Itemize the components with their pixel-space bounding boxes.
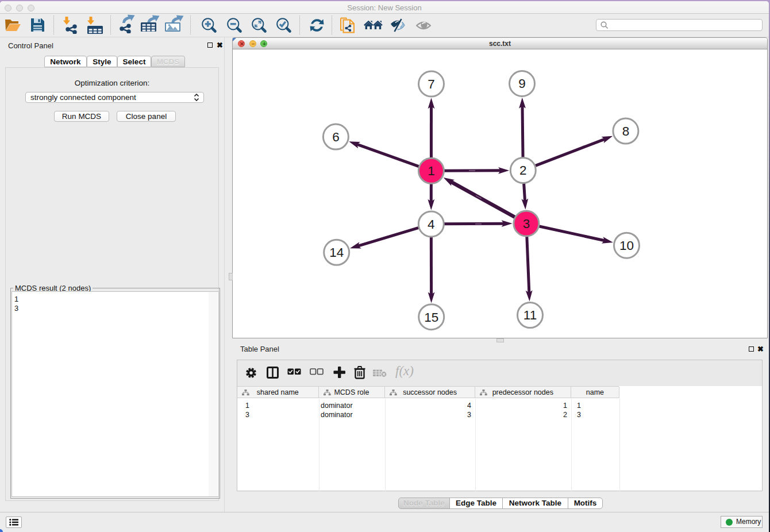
svg-text:3: 3 bbox=[523, 217, 530, 231]
svg-text:8: 8 bbox=[622, 124, 630, 138]
svg-text:1: 1 bbox=[428, 164, 435, 178]
svg-text:10: 10 bbox=[619, 238, 634, 253]
svg-text:7: 7 bbox=[428, 77, 435, 91]
svg-text:9: 9 bbox=[518, 76, 526, 91]
svg-text:11: 11 bbox=[523, 308, 537, 322]
svg-text:2: 2 bbox=[519, 163, 527, 178]
svg-text:15: 15 bbox=[424, 310, 438, 325]
svg-text:4: 4 bbox=[428, 217, 435, 232]
svg-text:14: 14 bbox=[329, 245, 344, 260]
svg-text:6: 6 bbox=[332, 130, 340, 144]
